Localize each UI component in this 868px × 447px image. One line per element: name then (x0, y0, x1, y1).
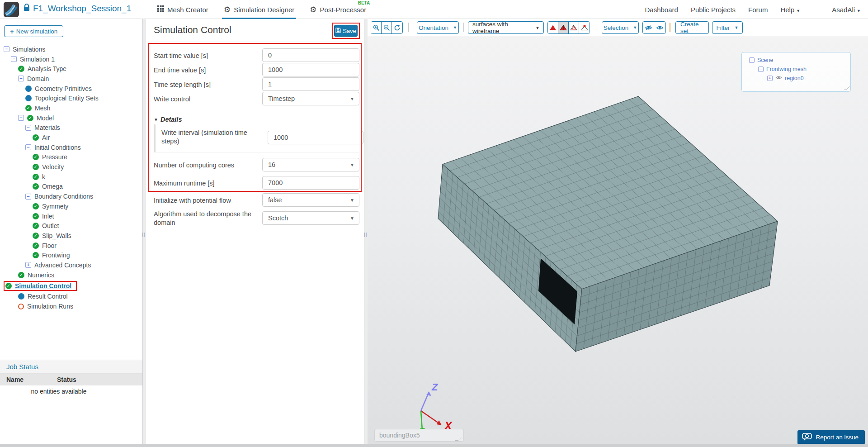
computing-cores-select[interactable]: 16 ▼ (262, 158, 359, 171)
collapse-icon[interactable]: − (749, 57, 755, 63)
render-style-group (547, 21, 590, 34)
tree-item-analysis-type[interactable]: ✓Analysis Type (0, 64, 142, 74)
hide-eye-slash-icon[interactable] (643, 22, 654, 33)
tab-simulation-designer[interactable]: ⚙ Simulation Designer (224, 0, 294, 19)
max-runtime-input[interactable] (262, 176, 359, 190)
tree-item-mesh[interactable]: ✓Mesh (0, 103, 142, 113)
collapse-icon[interactable]: − (25, 125, 31, 131)
tree-item-floor[interactable]: ✓Floor (0, 241, 142, 251)
check-icon: ✓ (25, 105, 32, 111)
filter-button[interactable]: Filter ▼ (712, 21, 743, 34)
display-mode-select[interactable]: surfaces with wireframe ▼ (468, 21, 544, 34)
scene-node-root[interactable]: − Scene (749, 57, 773, 63)
resize-handle[interactable] (844, 86, 850, 89)
display-mode-value: surfaces with wireframe (472, 21, 533, 34)
sidebar-splitter-handle[interactable]: || (142, 232, 146, 237)
time-step-input[interactable] (262, 77, 359, 91)
check-icon: ✓ (33, 252, 39, 258)
tree-item-simulation-control[interactable]: ✓Simulation Control (0, 280, 142, 292)
triangle-outline-icon[interactable] (569, 22, 579, 33)
user-menu[interactable]: AsadAli▼ (832, 6, 861, 14)
toolbar-divider (408, 23, 409, 32)
collapse-icon[interactable]: − (4, 46, 9, 52)
field-label-start-time: Start time value [s] (154, 52, 259, 60)
expand-icon[interactable]: + (767, 76, 773, 81)
tree-item-topological-entity-sets[interactable]: Topological Entity Sets (0, 93, 142, 103)
triangle-points-icon[interactable] (579, 22, 590, 33)
end-time-input[interactable] (262, 63, 359, 76)
nav-dashboard[interactable]: Dashboard (645, 6, 678, 14)
details-section-header[interactable]: ▼ Details (154, 116, 182, 123)
write-control-value: Timestep (268, 95, 295, 102)
tree-item-initial-conditions[interactable]: −Initial Conditions (0, 143, 142, 152)
tree-item-geometry-primitives[interactable]: Geometry Primitives (0, 84, 142, 94)
refresh-view-button[interactable] (392, 22, 402, 33)
create-set-button[interactable]: Create set (675, 21, 709, 34)
collapse-icon[interactable]: − (25, 194, 31, 200)
collapse-icon[interactable]: − (25, 144, 31, 150)
write-control-select[interactable]: Timestep ▼ (262, 92, 359, 105)
tree-item-simulations[interactable]: −Simulations (0, 44, 142, 54)
report-issue-button[interactable]: Report an issue (797, 430, 865, 444)
potential-flow-select[interactable]: false ▼ (262, 193, 359, 207)
tree-item-model[interactable]: −✓Model (0, 113, 142, 123)
tree-item-frontwing[interactable]: ✓Frontwing (0, 250, 142, 260)
tree-item-velocity[interactable]: ✓Velocity (0, 162, 142, 172)
collapse-icon[interactable]: − (758, 67, 764, 72)
orientation-button[interactable]: Orientation ▼ (417, 21, 459, 34)
nav-public-projects[interactable]: Public Projects (691, 6, 736, 14)
zoom-in-button[interactable] (371, 22, 382, 33)
decompose-algorithm-select[interactable]: Scotch ▼ (262, 211, 359, 225)
collapse-icon[interactable]: − (18, 115, 24, 121)
form-splitter-handle[interactable]: || (364, 232, 368, 237)
tree-item-pressure[interactable]: ✓Pressure (0, 152, 142, 162)
tree-item-materials[interactable]: −Materials (0, 123, 142, 133)
nav-help[interactable]: Help▼ (780, 6, 800, 14)
write-interval-input[interactable] (268, 131, 363, 144)
tree-item-outlet[interactable]: ✓Outlet (0, 221, 142, 231)
simscale-logo[interactable] (4, 2, 19, 17)
tree-item-simulation-runs[interactable]: Simulation Runs (0, 301, 142, 311)
expand-icon[interactable]: + (25, 262, 31, 268)
new-simulation-button[interactable]: + New simulation (4, 25, 63, 37)
tree-item-domain[interactable]: −Domain (0, 74, 142, 84)
tree-item-inlet[interactable]: ✓Inlet (0, 211, 142, 221)
tree-item-k[interactable]: ✓k (0, 172, 142, 182)
tree-item-slip-walls[interactable]: ✓Slip_Walls (0, 231, 142, 241)
check-icon: ✓ (33, 174, 39, 180)
selection-button[interactable]: Selection ▼ (602, 21, 639, 34)
bounding-box-input[interactable] (374, 429, 464, 442)
tree-item-boundary-conditions[interactable]: −Boundary Conditions (0, 191, 142, 201)
save-button[interactable]: Save (334, 25, 358, 37)
tree-item-omega[interactable]: ✓Omega (0, 182, 142, 192)
triangle-wireframe-icon[interactable] (558, 22, 569, 33)
nav-forum[interactable]: Forum (748, 6, 768, 14)
create-set-label: Create set (680, 21, 704, 34)
collapse-icon[interactable]: − (18, 76, 24, 81)
check-icon: ✓ (27, 115, 33, 121)
tab-mesh-creator[interactable]: Mesh Creator (157, 0, 208, 19)
start-time-input[interactable] (262, 48, 359, 62)
tree-item-air[interactable]: ✓Air (0, 133, 142, 143)
scene-node-region[interactable]: + region0 (767, 75, 804, 81)
job-status-col-name: Name (0, 376, 57, 383)
tree-item-result-control[interactable]: Result Control (0, 292, 142, 302)
field-label-end-time: End time value [s] (154, 66, 259, 75)
collapse-icon[interactable]: − (11, 56, 17, 62)
zoom-out-button[interactable] (382, 22, 392, 33)
eye-icon[interactable] (775, 75, 782, 81)
tree-item-advanced-concepts[interactable]: +Advanced Concepts (0, 260, 142, 270)
show-eye-icon[interactable] (654, 22, 665, 33)
job-status-header-row: Name Status (0, 374, 142, 385)
check-icon: ✓ (33, 134, 39, 141)
tab-post-processor[interactable]: ⚙ Post-Processor BETA (310, 0, 366, 19)
triangle-solid-icon[interactable] (548, 22, 558, 33)
tree-item-numerics[interactable]: ✓Numerics (0, 270, 142, 280)
job-status-title: Job Status (0, 360, 142, 374)
triangle-down-icon: ▼ (154, 117, 158, 122)
tree-item-symmety[interactable]: ✓Symmety (0, 201, 142, 211)
scene-node-mesh[interactable]: − Frontwing mesh (758, 66, 807, 72)
3d-canvas[interactable]: − Scene − Frontwing mesh + region0 (368, 36, 868, 444)
tree-item-simulation-1[interactable]: −Simulation 1 (0, 54, 142, 64)
tab-label: Mesh Creator (167, 6, 208, 14)
